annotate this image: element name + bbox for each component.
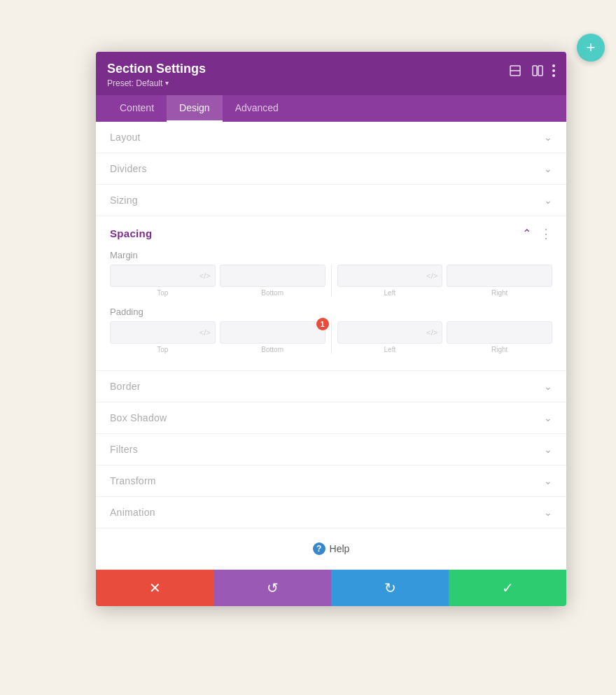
spacing-more-icon[interactable]: ⋮ — [540, 226, 552, 241]
padding-top-label: Top — [157, 346, 168, 353]
margin-bottom-field: Bottom — [220, 265, 326, 297]
margin-top-label: Top — [157, 289, 168, 297]
preset-label: Preset: Default — [107, 78, 162, 88]
transform-section-header[interactable]: Transform ⌄ — [96, 465, 566, 497]
padding-top-input-wrap[interactable]: </> — [110, 321, 216, 344]
margin-right-input-wrap[interactable] — [447, 265, 552, 287]
tab-advanced[interactable]: Advanced — [223, 95, 291, 122]
layout-title: Layout — [110, 132, 141, 143]
svg-rect-2 — [533, 66, 537, 76]
padding-bottom-input[interactable]: 0px — [225, 328, 321, 337]
padding-right-pair: </> Left Right — [337, 321, 553, 353]
dividers-chevron-icon: ⌄ — [544, 163, 552, 174]
modal-preset[interactable]: Preset: Default ▾ — [107, 78, 206, 88]
margin-right-pair: </> Left Right — [337, 265, 553, 297]
padding-bottom-input-wrap[interactable]: 0px 1 — [220, 321, 326, 344]
margin-bottom-input[interactable] — [225, 271, 321, 281]
help-icon: ? — [313, 542, 326, 555]
spacing-section: Spacing ⌃ ⋮ Margin </> — [96, 216, 566, 371]
animation-chevron-icon: ⌄ — [544, 507, 552, 518]
animation-section-header[interactable]: Animation ⌄ — [96, 497, 566, 528]
padding-bottom-field: 0px 1 Bottom — [220, 321, 326, 353]
padding-label: Padding — [110, 307, 552, 317]
margin-input-row: </> Top Bottom — [110, 265, 552, 297]
padding-left-input-wrap[interactable]: </> — [337, 321, 443, 344]
margin-top-field: </> Top — [110, 265, 216, 297]
filters-section-header[interactable]: Filters ⌄ — [96, 434, 566, 465]
padding-bottom-label: Bottom — [261, 346, 284, 353]
padding-right-field: Right — [447, 321, 552, 353]
filters-chevron-icon: ⌄ — [544, 444, 552, 455]
modal-header: Section Settings Preset: Default ▾ — [96, 52, 566, 95]
margin-bottom-label: Bottom — [261, 289, 284, 297]
modal-header-actions — [507, 62, 555, 78]
margin-right-field: Right — [447, 265, 552, 297]
padding-bottom-badge: 1 — [316, 318, 329, 330]
help-row[interactable]: ? Help — [96, 528, 566, 570]
more-options-icon[interactable] — [552, 64, 555, 77]
box-shadow-chevron-icon: ⌄ — [544, 412, 552, 423]
spacing-collapse-icon[interactable]: ⌃ — [522, 227, 531, 240]
padding-right-input[interactable] — [451, 328, 547, 337]
spacing-actions: ⌃ ⋮ — [522, 226, 552, 241]
margin-top-code-icon[interactable]: </> — [200, 272, 211, 280]
padding-left-field: </> Left — [337, 321, 443, 353]
margin-left-label: Left — [384, 289, 396, 297]
box-shadow-title: Box Shadow — [110, 412, 167, 423]
box-shadow-section-header[interactable]: Box Shadow ⌄ — [96, 402, 566, 434]
modal-content: Layout ⌄ Dividers ⌄ Sizing ⌄ Spacing ⌃ ⋮ — [96, 122, 566, 570]
transform-chevron-icon: ⌄ — [544, 475, 552, 486]
margin-left-pair: </> Top Bottom — [110, 265, 326, 297]
save-icon: ✓ — [502, 580, 514, 596]
animation-title: Animation — [110, 507, 155, 518]
padding-top-input[interactable] — [115, 328, 200, 337]
spacing-title-row: Spacing ⌃ ⋮ — [110, 216, 552, 250]
page-background: + Section Settings Preset: Default ▾ — [0, 0, 616, 695]
preset-arrow-icon: ▾ — [165, 79, 169, 87]
margin-top-input-wrap[interactable]: </> — [110, 265, 216, 287]
margin-left-input[interactable] — [342, 271, 427, 281]
layout-chevron-icon: ⌄ — [544, 132, 552, 143]
padding-top-code-icon[interactable]: </> — [200, 328, 211, 337]
modal-footer: ✕ ↺ ↻ ✓ — [96, 570, 566, 606]
border-title: Border — [110, 381, 141, 392]
cancel-button[interactable]: ✕ — [96, 570, 214, 606]
border-section-header[interactable]: Border ⌄ — [96, 371, 566, 402]
fab-button[interactable]: + — [577, 34, 605, 62]
margin-label: Margin — [110, 250, 552, 260]
margin-left-input-wrap[interactable]: </> — [337, 265, 443, 287]
sizing-section-header[interactable]: Sizing ⌄ — [96, 185, 566, 216]
columns-icon[interactable] — [530, 63, 545, 78]
tab-design[interactable]: Design — [167, 95, 223, 122]
transform-title: Transform — [110, 475, 156, 486]
dividers-section-header[interactable]: Dividers ⌄ — [96, 153, 566, 185]
layout-section-header[interactable]: Layout ⌄ — [96, 122, 566, 153]
modal-header-left: Section Settings Preset: Default ▾ — [107, 62, 206, 88]
spacing-title: Spacing — [110, 227, 152, 239]
tab-content[interactable]: Content — [107, 95, 167, 122]
margin-top-input[interactable] — [115, 271, 200, 281]
redo-button[interactable]: ↻ — [331, 570, 449, 606]
redo-icon: ↻ — [384, 580, 396, 596]
padding-left-input[interactable] — [342, 328, 427, 337]
resize-icon[interactable] — [507, 63, 523, 78]
reset-button[interactable]: ↺ — [214, 570, 331, 606]
margin-bottom-input-wrap[interactable] — [220, 265, 326, 287]
cancel-icon: ✕ — [149, 580, 161, 596]
padding-right-input-wrap[interactable] — [447, 321, 552, 344]
sizing-title: Sizing — [110, 195, 138, 206]
margin-left-field: </> Left — [337, 265, 443, 297]
margin-pair-divider — [331, 265, 332, 297]
margin-right-input[interactable] — [451, 271, 547, 281]
modal-tabs: Content Design Advanced — [96, 95, 566, 122]
section-settings-modal: Section Settings Preset: Default ▾ — [96, 52, 566, 606]
help-icon-label: ? — [316, 544, 321, 554]
padding-left-label: Left — [384, 346, 396, 353]
modal-title: Section Settings — [107, 62, 206, 77]
filters-title: Filters — [110, 444, 138, 455]
margin-left-code-icon[interactable]: </> — [426, 272, 438, 280]
padding-pair-divider — [331, 321, 332, 353]
padding-left-code-icon[interactable]: </> — [426, 328, 438, 337]
save-button[interactable]: ✓ — [449, 570, 566, 606]
svg-rect-3 — [538, 66, 542, 76]
